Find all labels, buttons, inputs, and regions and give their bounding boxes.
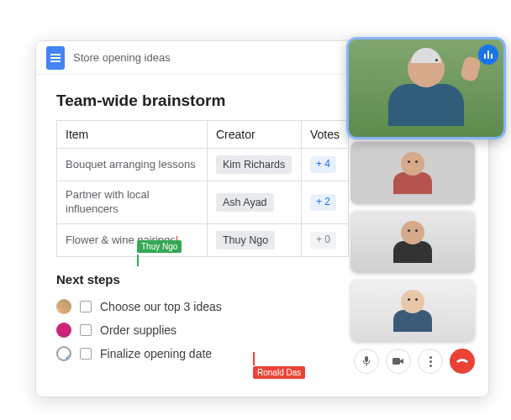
- brainstorm-table: Item Creator Votes Bouquet arranging les…: [56, 120, 349, 257]
- task-row: Choose our top 3 ideas: [56, 295, 349, 318]
- mic-toggle-button[interactable]: [354, 349, 379, 374]
- task-label[interactable]: Finalize opening date: [100, 347, 212, 360]
- svg-rect-0: [365, 356, 368, 362]
- meet-panel: [350, 142, 475, 374]
- task-row: Finalize opening date: [56, 342, 349, 365]
- vote-chip[interactable]: + 0: [310, 232, 336, 249]
- cell-votes[interactable]: + 2: [301, 181, 348, 224]
- column-header-votes: Votes: [301, 121, 348, 149]
- next-steps-heading: Next steps: [56, 272, 349, 286]
- column-header-creator: Creator: [207, 121, 301, 149]
- vote-chip[interactable]: + 4: [310, 156, 336, 173]
- assignee-avatar[interactable]: [56, 299, 71, 314]
- task-label[interactable]: Order supplies: [100, 323, 176, 337]
- creator-chip[interactable]: Thuy Ngo: [216, 231, 275, 249]
- video-tile[interactable]: [350, 142, 475, 204]
- task-label[interactable]: Choose our top 3 ideas: [100, 300, 222, 313]
- creator-chip[interactable]: Kim Richards: [216, 155, 292, 174]
- remote-cursor-label: Ronald Das: [253, 366, 305, 379]
- creator-chip[interactable]: Ash Ayad: [216, 193, 274, 212]
- document-title[interactable]: Store opening ideas: [73, 51, 171, 64]
- table-header-row: Item Creator Votes: [57, 121, 349, 149]
- cell-item[interactable]: Partner with local influencers: [57, 181, 208, 224]
- remote-cursor: [137, 255, 139, 266]
- video-toggle-button[interactable]: [386, 349, 411, 374]
- table-row: Partner with local influencers Ash Ayad …: [57, 181, 349, 224]
- video-tile[interactable]: [350, 280, 475, 342]
- speaking-indicator-icon: [478, 45, 498, 65]
- cell-creator[interactable]: Kim Richards: [207, 149, 301, 181]
- cell-item[interactable]: Bouquet arranging lessons: [57, 149, 208, 181]
- video-tile[interactable]: [350, 211, 475, 273]
- cell-creator[interactable]: Ash Ayad: [207, 181, 301, 224]
- docs-icon: [46, 46, 65, 70]
- table-row: Bouquet arranging lessons Kim Richards +…: [57, 149, 349, 181]
- progress-icon[interactable]: [56, 346, 71, 361]
- hangup-button[interactable]: [450, 349, 475, 374]
- more-options-button[interactable]: [418, 349, 443, 374]
- table-row: Flower & wine pairings| Thuy Ngo + 0: [57, 224, 349, 257]
- meet-controls: [350, 349, 475, 374]
- cell-votes[interactable]: + 4: [301, 149, 348, 181]
- svg-rect-2: [392, 358, 400, 365]
- task-row: Order supplies: [56, 318, 349, 342]
- section-heading: Team-wide brainstorm: [56, 92, 349, 110]
- task-checkbox[interactable]: [80, 301, 92, 312]
- cell-creator[interactable]: Thuy Ngo: [207, 224, 301, 257]
- assignee-avatar[interactable]: [56, 323, 71, 338]
- cell-votes[interactable]: + 0: [301, 224, 348, 257]
- task-checkbox[interactable]: [80, 348, 92, 360]
- remote-cursor: [253, 352, 255, 365]
- document-body[interactable]: Team-wide brainstorm Item Creator Votes …: [56, 92, 349, 365]
- column-header-item: Item: [57, 121, 208, 149]
- vote-chip[interactable]: + 2: [310, 194, 336, 211]
- task-checkbox[interactable]: [80, 324, 92, 336]
- cell-item[interactable]: Flower & wine pairings|: [57, 224, 208, 257]
- remote-cursor-label: Thuy Ngo: [137, 240, 182, 253]
- active-speaker-tile[interactable]: [346, 37, 506, 139]
